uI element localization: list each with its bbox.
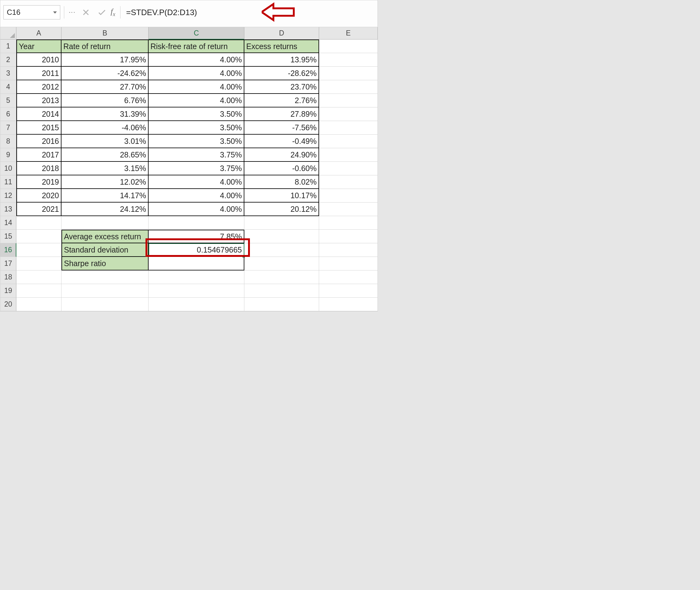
- cell-D1[interactable]: Excess returns: [244, 39, 319, 53]
- cell-B19[interactable]: [62, 284, 149, 298]
- cell-C11[interactable]: 4.00%: [149, 175, 244, 189]
- cell-E6[interactable]: [319, 107, 378, 121]
- column-header-C[interactable]: C: [149, 27, 244, 39]
- cell-E3[interactable]: [319, 67, 378, 80]
- cell-E4[interactable]: [319, 80, 378, 94]
- row-header-19[interactable]: 19: [0, 284, 16, 298]
- cell-E8[interactable]: [319, 134, 378, 148]
- cell-B18[interactable]: [62, 271, 149, 284]
- cell-D16[interactable]: [244, 243, 319, 257]
- column-header-A[interactable]: A: [16, 27, 62, 39]
- cell-A20[interactable]: [16, 298, 62, 311]
- row-header-6[interactable]: 6: [0, 107, 16, 121]
- cell-B4[interactable]: 27.70%: [62, 80, 149, 94]
- cell-B10[interactable]: 3.15%: [62, 162, 149, 175]
- row-header-7[interactable]: 7: [0, 121, 16, 134]
- cell-C12[interactable]: 4.00%: [149, 189, 244, 203]
- cell-B7[interactable]: -4.06%: [62, 121, 149, 134]
- cell-C19[interactable]: [149, 284, 244, 298]
- cell-E2[interactable]: [319, 53, 378, 67]
- cell-E19[interactable]: [319, 284, 378, 298]
- row-header-5[interactable]: 5: [0, 94, 16, 107]
- row-header-8[interactable]: 8: [0, 134, 16, 148]
- row-header-13[interactable]: 13: [0, 203, 16, 216]
- row-header-11[interactable]: 11: [0, 175, 16, 189]
- cell-D8[interactable]: -0.49%: [244, 134, 319, 148]
- row-header-14[interactable]: 14: [0, 216, 16, 230]
- cell-C17[interactable]: [149, 257, 244, 271]
- cell-C8[interactable]: 3.50%: [149, 134, 244, 148]
- cell-C16[interactable]: 0.154679665: [149, 243, 244, 257]
- formula-input[interactable]: =STDEV.P(D2:D13): [124, 8, 204, 17]
- cell-E12[interactable]: [319, 189, 378, 203]
- cell-C4[interactable]: 4.00%: [149, 80, 244, 94]
- row-header-1[interactable]: 1: [0, 39, 16, 53]
- cell-B2[interactable]: 17.95%: [62, 53, 149, 67]
- cell-C13[interactable]: 4.00%: [149, 203, 244, 216]
- cancel-formula-button[interactable]: [80, 6, 92, 18]
- cell-E11[interactable]: [319, 175, 378, 189]
- cell-E15[interactable]: [319, 230, 378, 243]
- fx-icon[interactable]: fx: [111, 7, 115, 18]
- cell-D10[interactable]: -0.60%: [244, 162, 319, 175]
- cell-B3[interactable]: -24.62%: [62, 67, 149, 80]
- column-header-D[interactable]: D: [244, 27, 319, 39]
- cell-A2[interactable]: 2010: [16, 53, 62, 67]
- cell-B13[interactable]: 24.12%: [62, 203, 149, 216]
- row-header-18[interactable]: 18: [0, 271, 16, 284]
- column-header-B[interactable]: B: [62, 27, 149, 39]
- cell-A12[interactable]: 2020: [16, 189, 62, 203]
- cell-C5[interactable]: 4.00%: [149, 94, 244, 107]
- cell-C2[interactable]: 4.00%: [149, 53, 244, 67]
- cell-A3[interactable]: 2011: [16, 67, 62, 80]
- cell-C20[interactable]: [149, 298, 244, 311]
- row-header-20[interactable]: 20: [0, 298, 16, 311]
- cell-E13[interactable]: [319, 203, 378, 216]
- cell-D5[interactable]: 2.76%: [244, 94, 319, 107]
- cell-C7[interactable]: 3.50%: [149, 121, 244, 134]
- row-header-9[interactable]: 9: [0, 148, 16, 162]
- cell-A14[interactable]: [16, 216, 62, 230]
- cell-E10[interactable]: [319, 162, 378, 175]
- cell-E16[interactable]: [319, 243, 378, 257]
- cell-D15[interactable]: [244, 230, 319, 243]
- cell-B6[interactable]: 31.39%: [62, 107, 149, 121]
- name-box[interactable]: C16: [3, 5, 60, 19]
- cell-E18[interactable]: [319, 271, 378, 284]
- cell-E17[interactable]: [319, 257, 378, 271]
- row-header-3[interactable]: 3: [0, 67, 16, 80]
- cell-E7[interactable]: [319, 121, 378, 134]
- row-header-16[interactable]: 16: [0, 243, 16, 257]
- cell-A18[interactable]: [16, 271, 62, 284]
- cell-D19[interactable]: [244, 284, 319, 298]
- cell-B17[interactable]: Sharpe ratio: [62, 257, 149, 271]
- cell-E9[interactable]: [319, 148, 378, 162]
- cell-D17[interactable]: [244, 257, 319, 271]
- cell-B14[interactable]: [62, 216, 149, 230]
- cell-E14[interactable]: [319, 216, 378, 230]
- cell-A17[interactable]: [16, 257, 62, 271]
- cell-C18[interactable]: [149, 271, 244, 284]
- cell-C14[interactable]: [149, 216, 244, 230]
- chevron-down-icon[interactable]: [53, 11, 57, 14]
- cell-D13[interactable]: 20.12%: [244, 203, 319, 216]
- row-header-10[interactable]: 10: [0, 162, 16, 175]
- cell-D6[interactable]: 27.89%: [244, 107, 319, 121]
- row-header-12[interactable]: 12: [0, 189, 16, 203]
- cell-D7[interactable]: -7.56%: [244, 121, 319, 134]
- cell-A9[interactable]: 2017: [16, 148, 62, 162]
- cell-A5[interactable]: 2013: [16, 94, 62, 107]
- cell-C9[interactable]: 3.75%: [149, 148, 244, 162]
- spreadsheet-grid[interactable]: ABCDE1YearRate of returnRisk-free rate o…: [0, 27, 377, 311]
- cell-A8[interactable]: 2016: [16, 134, 62, 148]
- cell-B9[interactable]: 28.65%: [62, 148, 149, 162]
- cell-A4[interactable]: 2012: [16, 80, 62, 94]
- cell-D14[interactable]: [244, 216, 319, 230]
- cell-E1[interactable]: [319, 39, 378, 53]
- cell-C10[interactable]: 3.75%: [149, 162, 244, 175]
- cell-D12[interactable]: 10.17%: [244, 189, 319, 203]
- cell-B15[interactable]: Average excess return: [62, 230, 149, 243]
- cell-B12[interactable]: 14.17%: [62, 189, 149, 203]
- cell-A6[interactable]: 2014: [16, 107, 62, 121]
- cell-B20[interactable]: [62, 298, 149, 311]
